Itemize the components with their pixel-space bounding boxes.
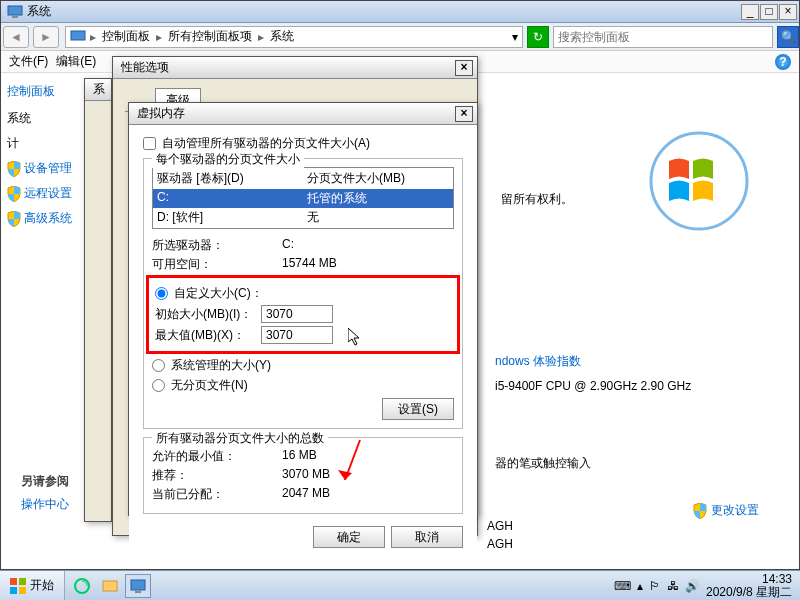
dialog-title: 性能选项 <box>121 59 455 76</box>
computer-icon <box>70 29 86 45</box>
shield-icon <box>7 161 21 177</box>
pen-text: 器的笔或触控输入 <box>495 455 591 472</box>
group-legend: 每个驱动器的分页文件大小 <box>152 151 304 168</box>
navbar: ◄ ► ▸ 控制面板▸ 所有控制面板项▸ 系统 ▾ ↻ 🔍 <box>1 23 799 51</box>
crumb[interactable]: 系统 <box>270 28 294 45</box>
virtual-memory-dialog: 虚拟内存 × 自动管理所有驱动器的分页文件大小(A) 每个驱动器的分页文件大小 … <box>128 102 478 516</box>
ok-button[interactable]: 确定 <box>313 526 385 548</box>
dialog-titlebar[interactable]: 虚拟内存 × <box>129 103 477 125</box>
dialog-title: 系 <box>93 81 107 98</box>
refresh-button[interactable]: ↻ <box>527 26 549 48</box>
dialog-title: 虚拟内存 <box>137 105 455 122</box>
drive-row[interactable]: C:托管的系统 <box>153 189 453 208</box>
nav-cp-home[interactable]: 控制面板 <box>7 83 83 100</box>
svg-rect-11 <box>103 581 117 591</box>
tray-clock[interactable]: 14:33 2020/9/8 星期二 <box>706 573 792 599</box>
initial-size-label: 初始大小(MB)(I)： <box>155 306 261 323</box>
copyright-text: 留所有权利。 <box>501 191 573 208</box>
svg-rect-0 <box>8 6 22 15</box>
shield-icon <box>7 211 21 227</box>
tray-volume-icon[interactable]: 🔊 <box>685 579 700 593</box>
svg-rect-1 <box>12 16 18 18</box>
back-button[interactable]: ◄ <box>3 26 29 48</box>
window-title: 系统 <box>27 3 741 20</box>
agh-text: AGH <box>487 519 513 533</box>
help-icon[interactable]: ? <box>775 54 791 70</box>
auto-manage-input[interactable] <box>143 137 156 150</box>
tray-keyboard-icon[interactable]: ⌨ <box>614 579 631 593</box>
auto-manage-checkbox[interactable]: 自动管理所有驱动器的分页文件大小(A) <box>143 135 463 152</box>
tray-chevron-icon[interactable]: ▴ <box>637 579 643 593</box>
address-bar[interactable]: ▸ 控制面板▸ 所有控制面板项▸ 系统 ▾ <box>65 26 523 48</box>
menu-file[interactable]: 文件(F) <box>9 53 48 70</box>
highlight-annotation: 自定义大小(C)： 初始大小(MB)(I)： 最大值(MB)(X)： <box>146 275 460 354</box>
search-input[interactable] <box>558 30 768 44</box>
windows-logo <box>649 131 749 231</box>
system-tray: ⌨ ▴ 🏳 🖧 🔊 14:33 2020/9/8 星期二 <box>606 573 800 599</box>
nav-devmgr[interactable]: 设备管理 <box>7 160 83 177</box>
system-properties-dialog: 系 <box>84 78 112 522</box>
crumb[interactable]: 所有控制面板项 <box>168 28 252 45</box>
start-button[interactable]: 开始 <box>0 571 65 601</box>
svg-rect-8 <box>10 587 17 594</box>
initial-size-input[interactable] <box>261 305 333 323</box>
svg-rect-7 <box>19 578 26 585</box>
group-legend: 所有驱动器分页文件大小的总数 <box>152 430 328 447</box>
search-button[interactable]: 🔍 <box>777 26 799 48</box>
dialog-titlebar[interactable]: 性能选项 × <box>113 57 477 79</box>
tray-network-icon[interactable]: 🖧 <box>667 579 679 593</box>
tray-flag-icon[interactable]: 🏳 <box>649 579 661 593</box>
drive-row[interactable]: D: [软件]无 <box>153 208 453 227</box>
nav-remote[interactable]: 远程设置 <box>7 185 83 202</box>
max-size-label: 最大值(MB)(X)： <box>155 327 261 344</box>
agh-text: AGH <box>487 537 513 551</box>
taskbar: 开始 ⌨ ▴ 🏳 🖧 🔊 14:33 2020/9/8 星期二 <box>0 570 800 600</box>
svg-rect-9 <box>19 587 26 594</box>
computer-icon <box>7 4 23 20</box>
custom-size-radio[interactable]: 自定义大小(C)： <box>155 285 451 302</box>
svg-rect-13 <box>135 591 141 593</box>
svg-rect-2 <box>71 31 85 40</box>
taskbar-system-icon[interactable] <box>125 574 151 598</box>
close-button[interactable]: × <box>779 4 797 20</box>
rating-link[interactable]: ndows 体验指数 <box>495 353 581 370</box>
menu-edit[interactable]: 编辑(E) <box>56 53 96 70</box>
system-managed-radio[interactable]: 系统管理的大小(Y) <box>152 357 454 374</box>
see-also-label: 另请参阅 <box>21 473 69 490</box>
max-size-input[interactable] <box>261 326 333 344</box>
taskbar-app-icon[interactable] <box>69 574 95 598</box>
taskbar-explorer-icon[interactable] <box>97 574 123 598</box>
nav-advsys[interactable]: 高级系统 <box>7 210 83 227</box>
no-paging-radio[interactable]: 无分页文件(N) <box>152 377 454 394</box>
maximize-button[interactable]: □ <box>760 4 778 20</box>
close-button[interactable]: × <box>455 60 473 76</box>
crumb[interactable]: 控制面板 <box>102 28 150 45</box>
totals-group: 所有驱动器分页文件大小的总数 允许的最小值：16 MB 推荐：3070 MB 当… <box>143 437 463 514</box>
nav-plan: 计 <box>7 135 83 152</box>
close-button[interactable]: × <box>455 106 473 122</box>
svg-rect-6 <box>10 578 17 585</box>
shield-icon <box>7 186 21 202</box>
action-center-link[interactable]: 操作中心 <box>21 497 69 511</box>
forward-button[interactable]: ► <box>33 26 59 48</box>
set-button[interactable]: 设置(S) <box>382 398 454 420</box>
change-settings-link[interactable]: 更改设置 <box>693 502 759 519</box>
svg-rect-12 <box>131 580 145 590</box>
cancel-button[interactable]: 取消 <box>391 526 463 548</box>
nav-system: 系统 <box>7 110 83 127</box>
titlebar: 系统 _ □ × <box>1 1 799 23</box>
shield-icon <box>693 503 707 519</box>
cpu-text: i5-9400F CPU @ 2.90GHz 2.90 GHz <box>495 379 691 393</box>
minimize-button[interactable]: _ <box>741 4 759 20</box>
per-drive-group: 每个驱动器的分页文件大小 驱动器 [卷标](D)分页文件大小(MB) C:托管的… <box>143 158 463 429</box>
search-box[interactable] <box>553 26 773 48</box>
drive-list[interactable]: 驱动器 [卷标](D)分页文件大小(MB) C:托管的系统 D: [软件]无 <box>152 167 454 229</box>
windows-logo-icon <box>10 578 26 594</box>
